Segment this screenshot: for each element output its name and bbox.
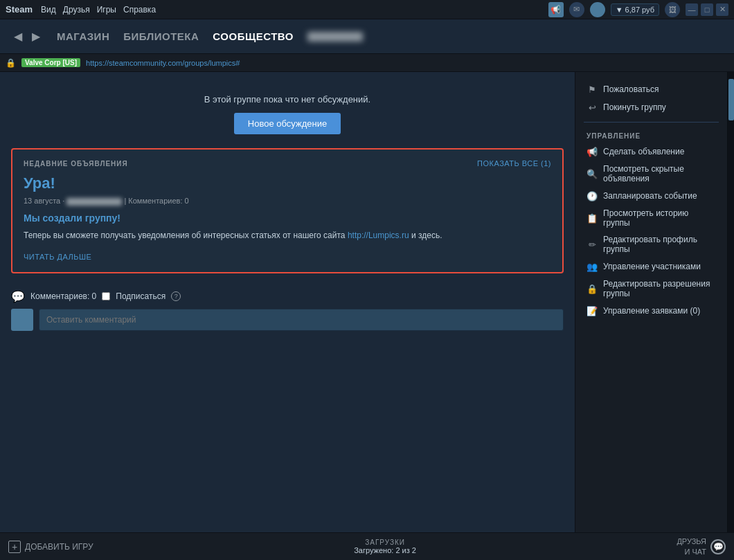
add-game-button[interactable]: + ДОБАВИТЬ ИГРУ xyxy=(8,541,93,553)
sidebar-leave-action[interactable]: ↩ Покинуть группу xyxy=(584,98,719,116)
nav-bar: ◀ ▶ МАГАЗИН БИБЛИОТЕКА СООБЩЕСТВО xyxy=(0,19,734,54)
sidebar-report-action[interactable]: ⚑ Пожаловаться xyxy=(584,80,719,98)
hidden-icon: 🔍 xyxy=(587,168,598,179)
sidebar-permissions-action[interactable]: 🔒 Редактировать разрешения группы xyxy=(584,276,719,302)
sidebar-permissions-label: Редактировать разрешения группы xyxy=(603,279,716,298)
friends-chat-button[interactable]: ДРУЗЬЯИ ЧАТ 💬 xyxy=(677,536,726,557)
announcements-header: НЕДАВНИЕ ОБЪЯВЛЕНИЯ ПОКАЗАТЬ ВСЕ (1) xyxy=(24,159,551,168)
window-controls: — □ ✕ xyxy=(686,3,728,16)
announcement-title[interactable]: Ура! xyxy=(24,174,551,192)
comment-icon: 💬 xyxy=(11,290,25,303)
sidebar-announce-label: Сделать объявление xyxy=(603,147,684,156)
sidebar-edit-profile-label: Редактировать профиль группы xyxy=(603,235,716,254)
comments-count: Комментариев: 0 xyxy=(30,291,96,301)
nav-store[interactable]: МАГАЗИН xyxy=(57,30,109,42)
chat-icon: 💬 xyxy=(710,539,726,554)
maximize-button[interactable]: □ xyxy=(701,3,713,16)
flag-icon: ⚑ xyxy=(587,84,598,95)
title-bar-right: 📢 ✉ ▼ 6,87 руб 🖼 — □ ✕ xyxy=(548,2,728,17)
content-area: В этой группе пока что нет обсуждений. Н… xyxy=(0,72,575,532)
downloads-section: ЗАГРУЗКИ Загружено: 2 из 2 xyxy=(354,539,416,554)
leave-icon: ↩ xyxy=(587,102,598,113)
sidebar-hidden-label: Посмотреть скрытые объявления xyxy=(603,164,716,183)
plus-icon: + xyxy=(8,541,21,553)
title-bar: Steam Вид Друзья Игры Справка 📢 ✉ ▼ 6,87… xyxy=(0,0,734,19)
members-icon: 👥 xyxy=(587,261,598,272)
sidebar-edit-profile-action[interactable]: ✏ Редактировать профиль группы xyxy=(584,231,719,258)
comment-input[interactable] xyxy=(39,309,564,331)
sidebar-report-label: Пожаловаться xyxy=(603,84,659,94)
nav-arrows: ◀ ▶ xyxy=(11,27,43,46)
back-button[interactable]: ◀ xyxy=(11,27,25,46)
permissions-icon: 🔒 xyxy=(587,283,598,294)
balance-display[interactable]: ▼ 6,87 руб xyxy=(611,3,659,16)
comments-section: 💬 Комментариев: 0 Подписаться ? xyxy=(11,284,564,303)
sidebar: ⚑ Пожаловаться ↩ Покинуть группу УПРАВЛЕ… xyxy=(575,72,727,532)
sidebar-schedule-label: Запланировать событие xyxy=(603,191,697,201)
no-discussions-section: В этой группе пока что нет обсуждений. Н… xyxy=(11,83,564,148)
announcements-label: НЕДАВНИЕ ОБЪЯВЛЕНИЯ xyxy=(24,160,128,168)
announcements-block: НЕДАВНИЕ ОБЪЯВЛЕНИЯ ПОКАЗАТЬ ВСЕ (1) Ура… xyxy=(11,148,564,273)
sidebar-history-action[interactable]: 📋 Просмотреть историю группы xyxy=(584,205,719,231)
scroll-thumb[interactable] xyxy=(728,79,734,120)
downloads-label: ЗАГРУЗКИ xyxy=(354,539,416,546)
app-title: Steam xyxy=(6,4,33,15)
sidebar-members-action[interactable]: 👥 Управление участниками xyxy=(584,258,719,276)
community-search-blurred xyxy=(307,32,363,42)
help-icon[interactable]: ? xyxy=(171,291,181,301)
history-icon: 📋 xyxy=(587,213,598,224)
applications-icon: 📝 xyxy=(587,305,598,316)
read-more-link[interactable]: ЧИТАТЬ ДАЛЬШЕ xyxy=(24,253,91,261)
notification-icon[interactable]: 📢 xyxy=(548,2,564,17)
announcement-body-text: Теперь вы сможете получать уведомления о… xyxy=(24,231,348,240)
sidebar-history-label: Просмотреть историю группы xyxy=(603,208,716,228)
subscribe-label: Подписаться xyxy=(116,291,165,301)
nav-links: МАГАЗИН БИБЛИОТЕКА СООБЩЕСТВО xyxy=(57,30,294,42)
menu-games[interactable]: Игры xyxy=(97,5,116,15)
subscribe-checkbox[interactable] xyxy=(102,292,110,300)
screenshot-icon[interactable]: 🖼 xyxy=(665,2,680,17)
author-blurred xyxy=(66,198,122,206)
minimize-button[interactable]: — xyxy=(686,3,698,16)
sidebar-applications-label: Управление заявками (0) xyxy=(603,306,700,316)
announcement-meta: 13 августа · | Комментариев: 0 xyxy=(24,197,551,206)
new-discussion-button[interactable]: Новое обсуждение xyxy=(234,113,341,134)
menu-help[interactable]: Справка xyxy=(123,5,156,15)
menu-friends[interactable]: Друзья xyxy=(63,5,90,15)
edit-icon: ✏ xyxy=(587,239,598,250)
mail-icon[interactable]: ✉ xyxy=(569,2,584,17)
address-bar: 🔒 Valve Corp [US] https://steamcommunity… xyxy=(0,54,734,72)
lock-icon: 🔒 xyxy=(6,58,16,68)
sidebar-announce-action[interactable]: 📢 Сделать объявление xyxy=(584,143,719,161)
valve-badge: Valve Corp [US] xyxy=(21,58,80,67)
comment-input-row xyxy=(11,309,564,331)
show-all-link[interactable]: ПОКАЗАТЬ ВСЕ (1) xyxy=(477,159,551,168)
sidebar-applications-action[interactable]: 📝 Управление заявками (0) xyxy=(584,302,719,320)
announce-icon: 📢 xyxy=(587,146,598,157)
sidebar-members-label: Управление участниками xyxy=(603,262,701,271)
menu-view[interactable]: Вид xyxy=(41,5,56,15)
sidebar-section-title: УПРАВЛЕНИЕ xyxy=(584,128,719,143)
forward-button[interactable]: ▶ xyxy=(29,27,43,46)
address-url[interactable]: https://steamcommunity.com/groups/lumpic… xyxy=(86,59,240,67)
sidebar-leave-label: Покинуть группу xyxy=(603,102,666,112)
sidebar-hidden-action[interactable]: 🔍 Посмотреть скрытые объявления xyxy=(584,161,719,187)
schedule-icon: 🕐 xyxy=(587,190,598,201)
main-container: В этой группе пока что нет обсуждений. Н… xyxy=(0,72,734,532)
nav-library[interactable]: БИБЛИОТЕКА xyxy=(123,30,199,42)
nav-community[interactable]: СООБЩЕСТВО xyxy=(213,30,294,42)
sidebar-divider xyxy=(584,122,719,123)
announcement-link[interactable]: http://Lumpics.ru xyxy=(348,231,409,240)
bottom-bar: + ДОБАВИТЬ ИГРУ ЗАГРУЗКИ Загружено: 2 из… xyxy=(0,532,734,560)
sidebar-schedule-action[interactable]: 🕐 Запланировать событие xyxy=(584,187,719,205)
title-bar-left: Steam Вид Друзья Игры Справка xyxy=(6,4,156,15)
close-button[interactable]: ✕ xyxy=(716,3,728,16)
friends-chat-label: ДРУЗЬЯИ ЧАТ xyxy=(677,536,706,557)
announcement-subtitle[interactable]: Мы создали группу! xyxy=(24,213,551,224)
add-game-label: ДОБАВИТЬ ИГРУ xyxy=(25,542,93,552)
no-discussions-text: В этой группе пока что нет обсуждений. xyxy=(204,94,370,105)
user-avatar[interactable] xyxy=(590,2,605,17)
announcement-body-end: и здесь. xyxy=(411,231,442,240)
scroll-bar[interactable] xyxy=(727,72,734,532)
downloads-value: Загружено: 2 из 2 xyxy=(354,546,416,554)
